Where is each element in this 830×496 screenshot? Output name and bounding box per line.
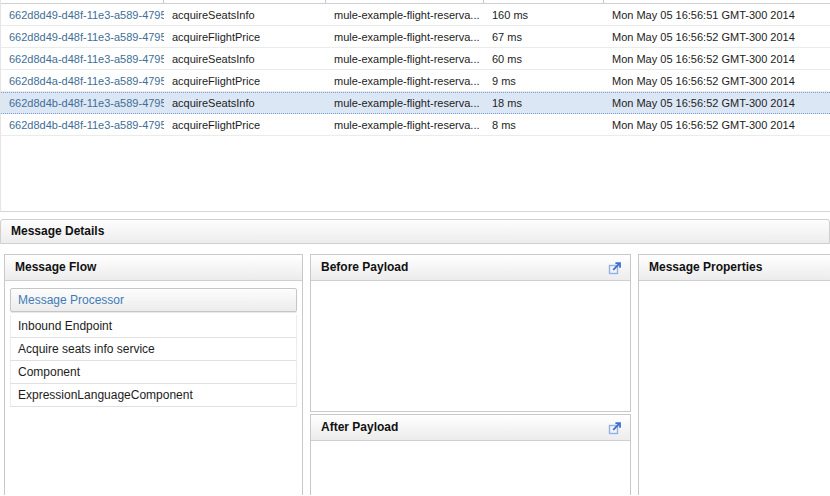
duration-cell: 60 ms	[484, 53, 604, 65]
table-row[interactable]: 662d8d49-d48f-11e3-a589-4795 acquireFlig…	[1, 26, 830, 48]
after-payload-panel: After Payload	[310, 414, 631, 495]
timestamp-cell: Mon May 05 16:56:51 GMT-300 2014	[604, 9, 830, 21]
message-id-link[interactable]: 662d8d4b-d48f-11e3-a589-4795	[1, 97, 164, 109]
popout-icon	[608, 421, 622, 435]
payload-column: Before Payload After Payload	[310, 254, 631, 495]
message-processor-column-header[interactable]: Message Processor	[10, 288, 297, 312]
flow-name-cell: mule-example-flight-reserva...	[326, 75, 484, 87]
flow-item[interactable]: Component	[10, 361, 297, 384]
flow-name-cell: mule-example-flight-reserva...	[326, 53, 484, 65]
timestamp-cell: Mon May 05 16:56:52 GMT-300 2014	[604, 119, 830, 131]
duration-cell: 9 ms	[484, 75, 604, 87]
message-flow-panel-header: Message Flow	[5, 255, 302, 281]
duration-cell: 67 ms	[484, 31, 604, 43]
processor-name-cell: acquireFlightPrice	[164, 75, 326, 87]
after-payload-header: After Payload	[311, 415, 630, 441]
processor-name-cell: acquireSeatsInfo	[164, 9, 326, 21]
message-id-link[interactable]: 662d8d49-d48f-11e3-a589-4795	[1, 31, 164, 43]
processor-name-cell: acquireSeatsInfo	[164, 97, 326, 109]
duration-cell: 18 ms	[484, 97, 604, 109]
message-grid-rows: 662d8d49-d48f-11e3-a589-4795 acquireSeat…	[1, 4, 830, 136]
table-row[interactable]: 662d8d4a-d48f-11e3-a589-4795 acquireFlig…	[1, 70, 830, 92]
flow-item[interactable]: Inbound Endpoint	[10, 315, 297, 338]
duration-cell: 8 ms	[484, 119, 604, 131]
table-row[interactable]: 662d8d4a-d48f-11e3-a589-4795 acquireSeat…	[1, 48, 830, 70]
flow-item[interactable]: ExpressionLanguageComponent	[10, 384, 297, 407]
duration-cell: 160 ms	[484, 9, 604, 21]
flow-name-cell: mule-example-flight-reserva...	[326, 97, 484, 109]
table-row[interactable]: 662d8d49-d48f-11e3-a589-4795 acquireSeat…	[1, 4, 830, 26]
message-properties-header: Message Properties	[639, 255, 830, 281]
processor-name-cell: acquireFlightPrice	[164, 119, 326, 131]
message-details-header: Message Details	[0, 219, 830, 244]
processor-name-cell: acquireFlightPrice	[164, 31, 326, 43]
message-flow-panel: Message Flow Message Processor Inbound E…	[4, 254, 303, 495]
before-payload-title: Before Payload	[321, 255, 408, 280]
flow-name-cell: mule-example-flight-reserva...	[326, 9, 484, 21]
message-id-link[interactable]: 662d8d4b-d48f-11e3-a589-4795	[1, 119, 164, 131]
message-id-link[interactable]: 662d8d4a-d48f-11e3-a589-4795	[1, 75, 164, 87]
flow-name-cell: mule-example-flight-reserva...	[326, 31, 484, 43]
message-properties-panel: Message Properties	[638, 254, 830, 495]
flow-name-cell: mule-example-flight-reserva...	[326, 119, 484, 131]
message-flow-content: Message Processor Inbound EndpointAcquir…	[5, 281, 302, 407]
processor-name-cell: acquireSeatsInfo	[164, 53, 326, 65]
table-row[interactable]: 662d8d4b-d48f-11e3-a589-4795 acquireFlig…	[1, 114, 830, 136]
timestamp-cell: Mon May 05 16:56:52 GMT-300 2014	[604, 75, 830, 87]
message-details-panels: Message Flow Message Processor Inbound E…	[0, 254, 830, 495]
after-payload-title: After Payload	[321, 415, 398, 440]
table-row[interactable]: 662d8d4b-d48f-11e3-a589-4795 acquireSeat…	[1, 92, 830, 114]
message-id-link[interactable]: 662d8d49-d48f-11e3-a589-4795	[1, 9, 164, 21]
timestamp-cell: Mon May 05 16:56:52 GMT-300 2014	[604, 31, 830, 43]
timestamp-cell: Mon May 05 16:56:52 GMT-300 2014	[604, 97, 830, 109]
before-payload-popout-button[interactable]	[607, 260, 622, 275]
before-payload-header: Before Payload	[311, 255, 630, 281]
message-flow-title: Message Flow	[15, 255, 96, 280]
timestamp-cell: Mon May 05 16:56:52 GMT-300 2014	[604, 53, 830, 65]
message-id-link[interactable]: 662d8d4a-d48f-11e3-a589-4795	[1, 53, 164, 65]
flow-item[interactable]: Acquire seats info service	[10, 338, 297, 361]
message-properties-title: Message Properties	[649, 255, 762, 280]
message-grid: 662d8d49-d48f-11e3-a589-4795 acquireSeat…	[0, 0, 830, 212]
before-payload-panel: Before Payload	[310, 254, 631, 412]
popout-icon	[608, 261, 622, 275]
after-payload-popout-button[interactable]	[607, 420, 622, 435]
message-flow-list: Inbound EndpointAcquire seats info servi…	[10, 315, 297, 407]
